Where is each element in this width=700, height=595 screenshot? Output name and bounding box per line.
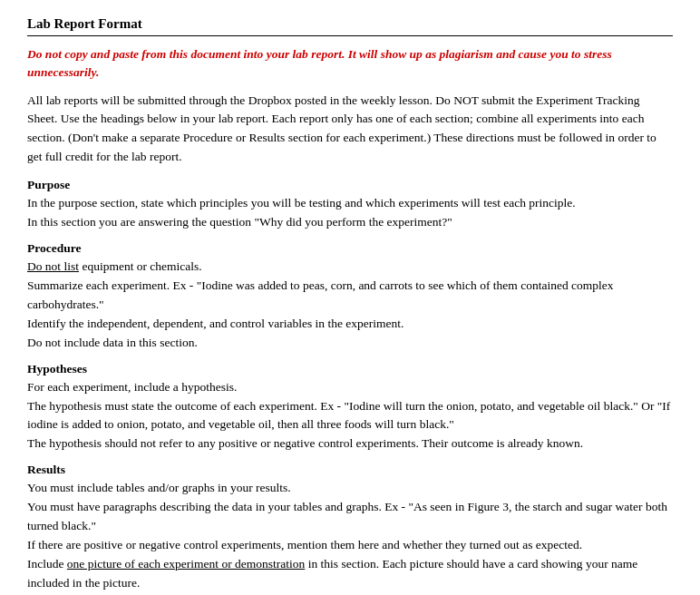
procedure-title: Procedure [27, 241, 673, 256]
section-procedure: Procedure Do not list equipment or chemi… [27, 241, 673, 353]
purpose-title: Purpose [27, 178, 673, 192]
section-purpose: Purpose In the purpose section, state wh… [27, 178, 673, 232]
procedure-body: Do not list equipment or chemicals. Summ… [27, 258, 673, 353]
results-title: Results [27, 463, 673, 477]
do-not-list: Do not list [27, 259, 79, 273]
results-body: You must include tables and/or graphs in… [27, 479, 673, 593]
section-hypotheses: Hypotheses For each experiment, include … [27, 362, 673, 454]
section-results: Results You must include tables and/or g… [27, 463, 673, 593]
intro-paragraph: All lab reports will be submitted throug… [27, 92, 673, 168]
top-divider [27, 35, 673, 36]
warning-text: Do not copy and paste from this document… [27, 45, 673, 83]
page-title: Lab Report Format [27, 16, 673, 32]
purpose-body: In the purpose section, state which prin… [27, 194, 673, 232]
hypotheses-title: Hypotheses [27, 362, 673, 376]
one-picture-underline: one picture of each experiment or demons… [67, 557, 305, 571]
hypotheses-body: For each experiment, include a hypothesi… [27, 378, 673, 454]
